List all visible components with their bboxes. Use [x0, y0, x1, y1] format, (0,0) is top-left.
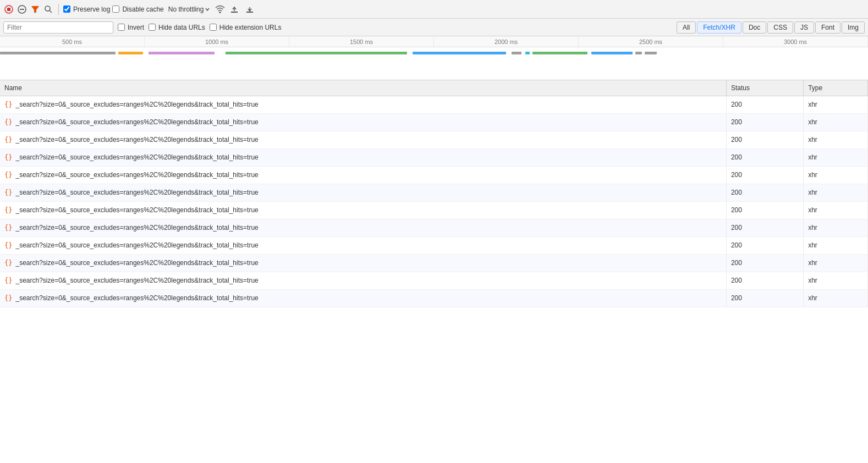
hide-data-urls-checkbox[interactable]	[149, 24, 156, 31]
xhr-type-icon: {}	[4, 224, 12, 232]
invert-label: Invert	[128, 24, 144, 31]
timeline-ruler-label: 2500 ms	[579, 36, 723, 47]
table-row[interactable]: {}_search?size=0&_source_excludes=ranges…	[0, 96, 868, 113]
type-filter-btn-js[interactable]: JS	[794, 21, 814, 34]
type-filter-btn-img[interactable]: Img	[842, 21, 865, 34]
toolbar-row1: Preserve log Disable cache No throttling	[0, 0, 868, 19]
hide-data-urls-label: Hide data URLs	[158, 24, 205, 31]
throttle-dropdown[interactable]: No throttling	[166, 4, 213, 14]
xhr-type-icon: {}	[4, 294, 12, 302]
table-row[interactable]: {}_search?size=0&_source_excludes=ranges…	[0, 201, 868, 219]
type-filter-btn-css[interactable]: CSS	[767, 21, 793, 34]
hide-extension-urls-label: Hide extension URLs	[219, 24, 282, 31]
table-row[interactable]: {}_search?size=0&_source_excludes=ranges…	[0, 131, 868, 148]
preserve-log-checkbox-label[interactable]: Preserve log	[63, 5, 110, 13]
upload-button[interactable]	[229, 4, 240, 15]
request-type: xhr	[804, 219, 868, 236]
invert-checkbox[interactable]	[118, 24, 125, 31]
waterfall-bar	[532, 52, 587, 54]
xhr-type-icon: {}	[4, 171, 12, 179]
svg-line-6	[50, 10, 52, 13]
request-status: 200	[726, 289, 803, 307]
waterfall-bar	[149, 52, 215, 54]
waterfall-bar	[645, 52, 657, 54]
type-filter-btn-doc[interactable]: Doc	[743, 21, 766, 34]
request-status: 200	[726, 166, 803, 184]
request-status: 200	[726, 219, 803, 236]
column-header-type[interactable]: Type	[804, 80, 868, 96]
download-button[interactable]	[244, 4, 255, 15]
xhr-type-icon: {}	[4, 189, 12, 196]
hide-extension-urls-checkbox-label[interactable]: Hide extension URLs	[210, 24, 282, 31]
svg-rect-1	[7, 8, 10, 11]
table-row[interactable]: {}_search?size=0&_source_excludes=ranges…	[0, 219, 868, 236]
invert-checkbox-label[interactable]: Invert	[118, 24, 144, 31]
clear-button[interactable]	[17, 4, 28, 15]
xhr-type-icon: {}	[4, 206, 12, 214]
search-button[interactable]	[43, 4, 54, 15]
table-row[interactable]: {}_search?size=0&_source_excludes=ranges…	[0, 236, 868, 254]
column-header-name[interactable]: Name	[0, 80, 726, 96]
waterfall-bar	[525, 52, 530, 54]
preserve-log-checkbox[interactable]	[63, 5, 70, 13]
xhr-type-icon: {}	[4, 118, 12, 126]
hide-extension-urls-checkbox[interactable]	[210, 24, 217, 31]
timeline-ruler: 500 ms1000 ms1500 ms2000 ms2500 ms3000 m…	[0, 36, 868, 47]
disable-cache-checkbox[interactable]	[112, 5, 119, 13]
timeline-ruler-label: 1000 ms	[145, 36, 289, 47]
table-row[interactable]: {}_search?size=0&_source_excludes=ranges…	[0, 166, 868, 184]
waterfall-bar	[0, 52, 116, 54]
request-type: xhr	[804, 289, 868, 307]
filter-button[interactable]	[30, 4, 41, 15]
request-name: _search?size=0&_source_excludes=ranges%2…	[15, 206, 258, 214]
request-name: _search?size=0&_source_excludes=ranges%2…	[15, 118, 258, 126]
filter-row: Invert Hide data URLs Hide extension URL…	[0, 19, 868, 36]
request-name: _search?size=0&_source_excludes=ranges%2…	[15, 241, 258, 249]
requests-table-container: Name Status Type {}_search?size=0&_sourc…	[0, 80, 868, 463]
disable-cache-checkbox-label[interactable]: Disable cache	[112, 5, 163, 13]
column-header-status[interactable]: Status	[726, 80, 803, 96]
xhr-type-icon: {}	[4, 241, 12, 249]
xhr-type-icon: {}	[4, 101, 12, 108]
toolbar-divider1	[58, 4, 59, 15]
timeline-ruler-label: 2000 ms	[434, 36, 579, 47]
type-filter-btn-all[interactable]: All	[677, 21, 696, 34]
import-icon	[245, 5, 254, 14]
request-type: xhr	[804, 236, 868, 254]
throttle-label: No throttling	[168, 5, 204, 13]
table-row[interactable]: {}_search?size=0&_source_excludes=ranges…	[0, 113, 868, 131]
request-type: xhr	[804, 272, 868, 289]
request-type: xhr	[804, 166, 868, 184]
table-row[interactable]: {}_search?size=0&_source_excludes=ranges…	[0, 272, 868, 289]
waterfall-bar	[635, 52, 642, 54]
svg-point-5	[45, 6, 50, 11]
header-row: Name Status Type	[0, 80, 868, 96]
request-type: xhr	[804, 131, 868, 148]
requests-table: Name Status Type {}_search?size=0&_sourc…	[0, 80, 868, 307]
stop-recording-button[interactable]	[3, 4, 14, 15]
request-name: _search?size=0&_source_excludes=ranges%2…	[15, 136, 258, 144]
xhr-type-icon: {}	[4, 259, 12, 267]
svg-rect-10	[246, 12, 253, 13]
chevron-down-icon	[205, 7, 210, 12]
request-name: _search?size=0&_source_excludes=ranges%2…	[15, 153, 258, 161]
type-filter-buttons: AllFetch/XHRDocCSSJSFontImg	[677, 21, 865, 34]
table-body: {}_search?size=0&_source_excludes=ranges…	[0, 96, 868, 307]
table-row[interactable]: {}_search?size=0&_source_excludes=ranges…	[0, 254, 868, 272]
request-status: 200	[726, 96, 803, 113]
request-type: xhr	[804, 148, 868, 166]
request-status: 200	[726, 272, 803, 289]
table-row[interactable]: {}_search?size=0&_source_excludes=ranges…	[0, 289, 868, 307]
request-status: 200	[726, 184, 803, 201]
type-filter-btn-fetch-xhr[interactable]: Fetch/XHR	[697, 21, 741, 34]
request-name: _search?size=0&_source_excludes=ranges%2…	[15, 101, 258, 108]
request-name: _search?size=0&_source_excludes=ranges%2…	[15, 189, 258, 196]
type-filter-btn-font[interactable]: Font	[815, 21, 840, 34]
svg-marker-4	[31, 6, 39, 13]
filter-input[interactable]	[3, 21, 113, 34]
table-row[interactable]: {}_search?size=0&_source_excludes=ranges…	[0, 184, 868, 201]
hide-data-urls-checkbox-label[interactable]: Hide data URLs	[149, 24, 205, 31]
request-name: _search?size=0&_source_excludes=ranges%2…	[15, 294, 258, 302]
table-row[interactable]: {}_search?size=0&_source_excludes=ranges…	[0, 148, 868, 166]
request-status: 200	[726, 113, 803, 131]
